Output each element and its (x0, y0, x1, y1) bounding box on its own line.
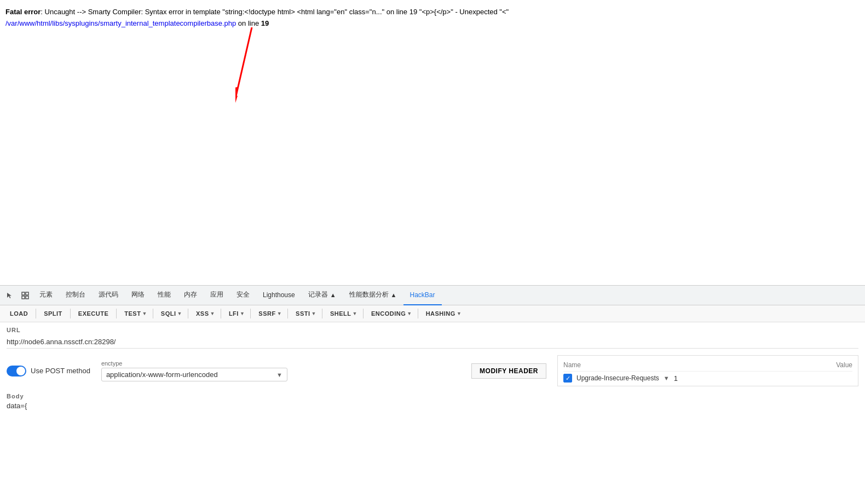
sep-9 (322, 309, 322, 318)
header-columns: Name Value (563, 359, 852, 372)
ssti-arrow-icon: ▼ (312, 311, 316, 316)
error-on-line: on line (236, 19, 261, 27)
sqli-dropdown[interactable]: SQLI ▼ (157, 309, 184, 318)
post-method-label: Use POST method (31, 367, 90, 375)
options-row: Use POST method enctype application/x-ww… (7, 355, 858, 386)
encoding-dropdown[interactable]: ENCODING ▼ (367, 309, 414, 318)
hackbar-body: URL Use POST method enctype application/… (0, 322, 865, 504)
tab-sources[interactable]: 源代码 (92, 286, 125, 305)
sep-5 (188, 309, 188, 318)
error-text-1: : Uncaught --> Smarty Compiler: Syntax e… (41, 8, 509, 16)
ssti-dropdown[interactable]: SSTI ▼ (291, 309, 319, 318)
fatal-error-label: Fatal error (5, 8, 41, 16)
lfi-arrow-icon: ▼ (240, 311, 245, 316)
body-row: Body data={ (7, 393, 858, 410)
xss-dropdown[interactable]: XSS ▼ (192, 309, 217, 318)
body-section: Body data={ (7, 393, 858, 410)
tab-security[interactable]: 安全 (230, 286, 256, 305)
tab-memory[interactable]: 内存 (177, 286, 204, 305)
tab-performance-insights[interactable]: 性能数据分析 ▲ (343, 286, 403, 305)
error-filepath: /var/www/html/libs/sysplugins/smarty_int… (5, 19, 236, 27)
tab-application[interactable]: 应用 (204, 286, 230, 305)
sep-10 (363, 309, 364, 318)
devtools-panel: 元素 控制台 源代码 网络 性能 内存 应用 安全 Lighthouse 记录器… (0, 285, 865, 504)
header-checkbox[interactable]: ✓ (563, 374, 572, 383)
header-row-1: ✓ Upgrade-Insecure-Requests ▼ 1 (563, 374, 852, 383)
tab-network[interactable]: 网络 (125, 286, 151, 305)
test-dropdown[interactable]: TEST ▼ (120, 309, 149, 318)
tab-hackbar[interactable]: HackBar (403, 286, 442, 305)
url-label: URL (7, 327, 858, 333)
sep-4 (153, 309, 153, 318)
sep-8 (287, 309, 288, 318)
header-value-col: Value (836, 361, 852, 369)
header-row-name: Upgrade-Insecure-Requests (576, 374, 659, 382)
devtools-tabs-bar: 元素 控制台 源代码 网络 性能 内存 应用 安全 Lighthouse 记录器… (0, 286, 865, 305)
test-arrow-icon: ▼ (142, 311, 147, 316)
tab-performance[interactable]: 性能 (151, 286, 177, 305)
encoding-arrow-icon: ▼ (407, 311, 412, 316)
load-button[interactable]: LOAD (5, 309, 32, 318)
body-label: Body (7, 393, 858, 399)
hashing-dropdown[interactable]: HASHING ▼ (422, 309, 464, 318)
sep-7 (250, 309, 251, 318)
svg-rect-6 (26, 296, 28, 299)
modify-header-button[interactable]: MODIFY HEADER (471, 363, 546, 379)
post-method-toggle-container: Use POST method (7, 366, 90, 376)
post-method-toggle[interactable] (7, 366, 26, 376)
devtools-inspect-icon[interactable] (18, 288, 33, 303)
url-input[interactable] (7, 335, 858, 349)
main-content-area: Fatal error: Uncaught --> Smarty Compile… (0, 0, 865, 285)
split-button[interactable]: SPLIT (39, 309, 67, 318)
enctype-section: enctype application/x-www-form-urlencode… (101, 360, 287, 381)
error-line-1: Fatal error: Uncaught --> Smarty Compile… (5, 7, 860, 18)
error-lineno: 19 (261, 19, 269, 27)
header-row-dropdown-icon[interactable]: ▼ (664, 375, 670, 381)
hashing-arrow-icon: ▼ (457, 311, 462, 316)
svg-marker-2 (235, 96, 238, 103)
sep-3 (116, 309, 117, 318)
enctype-select[interactable]: application/x-www-form-urlencoded ▼ (101, 368, 287, 381)
enctype-value: application/x-www-form-urlencoded (106, 370, 276, 379)
devtools-cursor-icon[interactable] (2, 288, 18, 303)
recorder-icon: ▲ (330, 292, 336, 298)
enctype-label: enctype (101, 360, 287, 367)
sep-2 (70, 309, 71, 318)
ssrf-dropdown[interactable]: SSRF ▼ (254, 309, 284, 318)
tab-recorder[interactable]: 记录器 ▲ (302, 286, 343, 305)
tab-lighthouse[interactable]: Lighthouse (256, 286, 302, 305)
lfi-dropdown[interactable]: LFI ▼ (224, 309, 247, 318)
shell-dropdown[interactable]: SHELL ▼ (326, 309, 360, 318)
tab-elements[interactable]: 元素 (33, 286, 59, 305)
sqli-arrow-icon: ▼ (177, 311, 182, 316)
tab-console[interactable]: 控制台 (59, 286, 92, 305)
execute-button[interactable]: EXECUTE (74, 309, 113, 318)
header-name-col: Name (563, 361, 581, 369)
enctype-arrow-icon: ▼ (276, 372, 282, 378)
performance-insights-icon: ▲ (391, 292, 397, 298)
svg-rect-4 (26, 292, 28, 295)
header-section: Name Value ✓ Upgrade-Insecure-Requests ▼… (557, 355, 858, 386)
svg-rect-5 (22, 296, 25, 299)
sep-1 (36, 309, 36, 318)
sep-11 (418, 309, 418, 318)
hackbar-toolbar: LOAD SPLIT EXECUTE TEST ▼ SQLI ▼ XSS ▼ L… (0, 305, 865, 322)
xss-arrow-icon: ▼ (210, 311, 215, 316)
sep-6 (221, 309, 221, 318)
shell-arrow-icon: ▼ (353, 311, 357, 316)
header-row-value: 1 (674, 374, 678, 383)
ssrf-arrow-icon: ▼ (277, 311, 282, 316)
body-input[interactable]: data={ (7, 402, 858, 410)
svg-rect-3 (22, 292, 25, 295)
svg-line-0 (235, 27, 252, 99)
error-line-2: /var/www/html/libs/sysplugins/smarty_int… (5, 18, 860, 30)
